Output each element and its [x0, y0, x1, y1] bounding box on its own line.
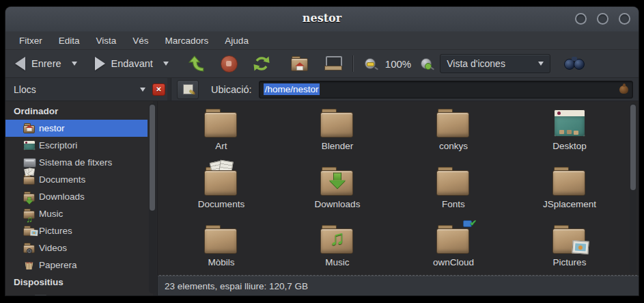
sidebar-item-documents[interactable]: Documents [5, 171, 148, 188]
fileview-scrollbar[interactable] [630, 103, 636, 274]
forward-button[interactable]: Endavant [95, 57, 169, 70]
view-mode-dropdown[interactable]: Vista d'icones [440, 54, 550, 73]
sidebar-item-label: Downloads [39, 192, 85, 202]
forward-arrow-icon [95, 57, 105, 70]
sidebar-section-dispositius: Dispositius [5, 274, 148, 291]
file-pictures[interactable]: Pictures [512, 223, 628, 281]
places-list: OrdinadornestorEscriptoriSistema de fitx… [5, 103, 148, 295]
menu-edita[interactable]: Edita [59, 36, 80, 46]
folder-icon [552, 167, 587, 196]
file-view: ArtBlenderconkysDesktopDocumentsDownload… [158, 101, 639, 295]
back-history-chevron-icon[interactable] [72, 62, 77, 66]
side-pane-close-button[interactable]: ✕ [152, 83, 165, 96]
zoom-out-button[interactable] [365, 58, 376, 69]
titlebar[interactable]: nestor [5, 7, 639, 31]
folder-videos-icon [23, 243, 36, 253]
folder-owncloud-icon: ✔ [436, 225, 471, 254]
menu-vista[interactable]: Vista [96, 36, 117, 46]
folder-icon [436, 109, 471, 137]
file-label: Music [325, 257, 349, 267]
folder-pictures-icon [552, 225, 587, 254]
sidebar-section-ordinador: Ordinador [5, 103, 148, 120]
sidebar-item-pictures[interactable]: Pictures [5, 222, 148, 239]
forward-history-chevron-icon[interactable] [163, 62, 169, 66]
stop-button[interactable] [221, 55, 238, 73]
home-button[interactable] [291, 56, 309, 71]
menu-marcadors[interactable]: Marcadors [165, 36, 209, 46]
sidebar-item-label: Paperera [39, 260, 77, 270]
stop-icon [221, 55, 238, 73]
desktop-icon [23, 140, 36, 150]
sidebar-item-label: Pictures [39, 226, 72, 236]
toolbar: Enrere Endavant [5, 49, 639, 78]
refresh-button[interactable] [253, 55, 270, 73]
menu-ves[interactable]: Vés [132, 36, 148, 46]
sidebar-scrollbar[interactable] [149, 103, 156, 293]
file-fonts[interactable]: Fonts [395, 165, 512, 223]
zoom-in-button[interactable] [421, 58, 432, 69]
edit-path-button[interactable]: ✎ [177, 80, 199, 99]
file-owncloud[interactable]: ✔ownCloud [395, 223, 512, 281]
file-art[interactable]: Art [163, 107, 279, 165]
back-arrow-icon [15, 57, 25, 70]
folder-documents-icon [204, 167, 238, 196]
open-filesystem-button[interactable] [324, 56, 341, 71]
find-button[interactable] [564, 57, 585, 70]
status-text: 23 elements, espai lliure: 120,7 GB [165, 281, 308, 291]
file-label: Mòbils [208, 257, 234, 267]
file-blender[interactable]: Blender [279, 107, 395, 165]
desktop-icon [552, 109, 587, 137]
icon-view: ArtBlenderconkysDesktopDocumentsDownload… [158, 101, 639, 276]
file-label: conkys [439, 141, 468, 151]
side-pane: OrdinadornestorEscriptoriSistema de fitx… [5, 101, 158, 295]
folder-music-icon: ♫ [23, 209, 36, 219]
folder-icon [320, 109, 354, 137]
go-up-button[interactable] [188, 55, 206, 73]
folder-documents-icon [23, 174, 36, 185]
folder-home-icon [23, 123, 36, 133]
maximize-button[interactable] [598, 14, 607, 23]
file-downloads[interactable]: Downloads [279, 165, 395, 223]
file-jsplacement[interactable]: JSplacement [512, 165, 628, 223]
menu-ajuda[interactable]: Ajuda [225, 36, 249, 46]
fileview-scrollbar-thumb[interactable] [630, 105, 636, 190]
file-music[interactable]: ♫Music [279, 223, 395, 281]
file-label: ownCloud [433, 257, 474, 267]
folder-pictures-icon [23, 226, 36, 236]
harddisk-icon [23, 157, 36, 168]
zoom-out-icon [365, 58, 376, 69]
back-button[interactable]: Enrere [15, 57, 77, 70]
file-m-bils[interactable]: Mòbils [163, 223, 279, 281]
location-input[interactable]: /home/nestor [259, 81, 633, 98]
sidebar-item-encriptats-250-gb[interactable]: Encriptats 250 GB [5, 291, 148, 295]
sidebar-item-label: Videos [39, 243, 67, 253]
sidebar-item-videos[interactable]: Videos [5, 239, 148, 256]
sidebar-scrollbar-thumb[interactable] [150, 105, 155, 211]
file-conkys[interactable]: conkys [395, 107, 512, 165]
sidebar-item-escriptori[interactable]: Escriptori [5, 137, 148, 154]
location-label: Ubicació: [211, 84, 252, 95]
location-action-icon[interactable] [619, 85, 628, 94]
sidebar-item-downloads[interactable]: Downloads [5, 188, 148, 205]
side-pane-chevron-icon[interactable] [140, 88, 145, 92]
folder-icon [204, 225, 238, 254]
home-folder-icon [291, 56, 309, 71]
folder-downloads-icon [23, 192, 36, 202]
statusbar: 23 elements, espai lliure: 120,7 GB [158, 276, 639, 295]
file-label: Blender [322, 141, 354, 151]
sidebar-item-music[interactable]: ♫Music [5, 205, 148, 222]
close-button[interactable] [620, 14, 629, 23]
folder-music-icon: ♫ [320, 225, 354, 254]
file-desktop[interactable]: Desktop [512, 107, 628, 165]
minimize-button[interactable] [576, 14, 585, 23]
menu-fitxer[interactable]: Fitxer [19, 36, 42, 46]
file-documents[interactable]: Documents [163, 165, 279, 223]
trash-icon [23, 260, 36, 270]
sidebar-item-label: Documents [39, 174, 85, 185]
file-label: JSplacement [543, 199, 596, 209]
window-controls [576, 14, 629, 23]
sidebar-item-nestor[interactable]: nestor [5, 120, 148, 137]
location-bar: ✎ Ubicació: /home/nestor [171, 78, 639, 101]
toolbar-separator [352, 55, 354, 72]
sidebar-item-paperera[interactable]: Paperera [5, 256, 148, 274]
